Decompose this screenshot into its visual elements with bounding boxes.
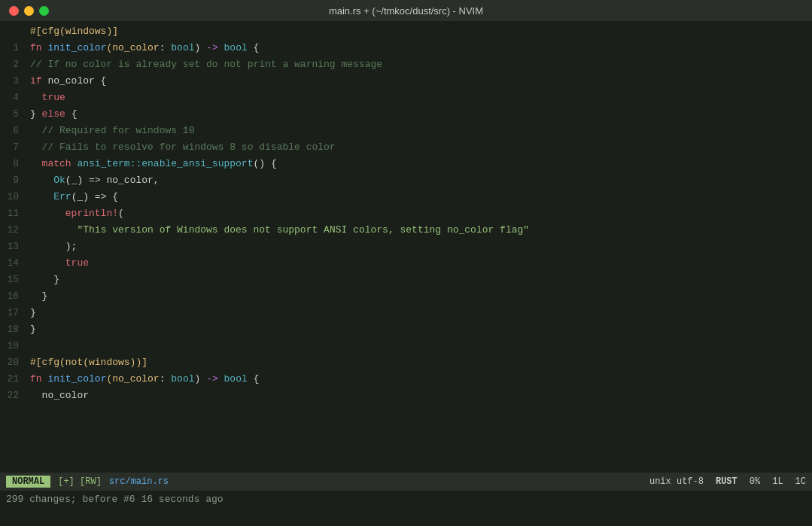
- line-info: 1L: [772, 476, 783, 487]
- code-line: 19: [0, 337, 812, 354]
- maximize-button[interactable]: [39, 6, 49, 16]
- code-line: 7 // Fails to resolve for windows 8 so d…: [0, 138, 812, 155]
- code-line: 17 }: [0, 304, 812, 321]
- line-number: 5: [0, 108, 26, 120]
- line-number: 16: [0, 290, 26, 302]
- line-content: // Fails to resolve for windows 8 so dis…: [26, 141, 336, 153]
- code-line: 6 // Required for windows 10: [0, 122, 812, 138]
- scroll-percent: 0%: [750, 476, 760, 487]
- line-number: 4: [0, 92, 26, 103]
- line-number: 8: [0, 158, 26, 169]
- code-line: 1 fn init_color(no_color: bool) -> bool …: [0, 39, 812, 56]
- line-number: 17: [0, 307, 26, 318]
- code-line: 3 if no_color {: [0, 72, 812, 89]
- line-number: 13: [0, 241, 26, 252]
- line-number: 20: [0, 357, 26, 368]
- line-content: }: [26, 274, 59, 285]
- line-number: 21: [0, 373, 26, 385]
- line-number: 10: [0, 191, 26, 202]
- line-content: );: [26, 241, 77, 252]
- line-content: } else {: [26, 108, 77, 120]
- code-line: 11 eprintln!(: [0, 205, 812, 221]
- code-line: 21 fn init_color(no_color: bool) -> bool…: [0, 370, 812, 387]
- minimize-button[interactable]: [24, 6, 34, 16]
- col-info: 1C: [795, 476, 806, 487]
- line-content: Ok(_) => no_color,: [26, 175, 160, 186]
- line-content: // If no color is already set do not pri…: [26, 59, 382, 70]
- line-content: Err(_) => {: [26, 191, 118, 202]
- line-content: }: [26, 290, 47, 302]
- line-number: 1: [0, 42, 26, 53]
- line-number: 14: [0, 257, 26, 269]
- code-line: 22 no_color: [0, 387, 812, 403]
- line-number: 22: [0, 390, 26, 401]
- line-content: }: [26, 307, 36, 318]
- line-content: match ansi_term::enable_ansi_support() {: [26, 158, 277, 169]
- code-line: 16 }: [0, 287, 812, 304]
- close-button[interactable]: [9, 6, 19, 16]
- encoding: unix utf-8: [649, 476, 704, 487]
- line-content: [26, 340, 36, 351]
- code-line: 20 #[cfg(not(windows))]: [0, 354, 812, 370]
- mode-badge: NORMAL: [6, 476, 50, 488]
- line-content: #[cfg(not(windows))]: [26, 357, 147, 368]
- line-number: 9: [0, 175, 26, 186]
- line-content: fn init_color(no_color: bool) -> bool {: [26, 42, 259, 53]
- code-line: 15 }: [0, 271, 812, 287]
- line-number: 2: [0, 59, 26, 70]
- code-line: 2 // If no color is already set do not p…: [0, 56, 812, 72]
- line-content: no_color: [26, 390, 89, 401]
- code-line: 9 Ok(_) => no_color,: [0, 172, 812, 188]
- line-content: // Required for windows 10: [26, 125, 194, 136]
- line-content: true: [26, 92, 65, 103]
- filename: src/main.rs: [109, 476, 169, 487]
- line-content: eprintln!(: [26, 208, 124, 219]
- code-line: 18 }: [0, 321, 812, 337]
- code-line: 14 true: [0, 254, 812, 271]
- line-number: 18: [0, 324, 26, 335]
- code-line: 8 match ansi_term::enable_ansi_support()…: [0, 155, 812, 172]
- line-content: #[cfg(windows)]: [26, 26, 118, 37]
- line-content: if no_color {: [26, 75, 106, 87]
- line-content: fn init_color(no_color: bool) -> bool {: [26, 373, 259, 385]
- line-number: 11: [0, 208, 26, 219]
- cmdline-text: 299 changes; before #6 16 seconds ago: [6, 494, 224, 505]
- line-content: true: [26, 257, 89, 269]
- line-content: }: [26, 324, 36, 335]
- code-line: 13 );: [0, 238, 812, 254]
- line-number: 12: [0, 224, 26, 236]
- filetype: RUST: [716, 476, 737, 487]
- code-line: 12 "This version of Windows does not sup…: [0, 221, 812, 238]
- line-number: 15: [0, 274, 26, 285]
- window-title: main.rs + (~/tmkoc/dust/src) - NVIM: [329, 5, 483, 17]
- status-bar: NORMAL [+] [RW] src/main.rs unix utf-8 R…: [0, 473, 812, 491]
- title-bar: main.rs + (~/tmkoc/dust/src) - NVIM: [0, 0, 812, 21]
- code-line: 10 Err(_) => {: [0, 188, 812, 205]
- line-number: 19: [0, 340, 26, 351]
- code-line: 5 } else {: [0, 105, 812, 122]
- line-number: 7: [0, 141, 26, 153]
- traffic-lights: [9, 6, 49, 16]
- line-number: 3: [0, 75, 26, 87]
- code-line: #[cfg(windows)]: [0, 23, 812, 39]
- status-right: unix utf-8 RUST 0% 1L 1C: [649, 476, 806, 487]
- file-flags: [+] [RW]: [58, 476, 102, 487]
- line-number: 6: [0, 125, 26, 136]
- line-content: "This version of Windows does not suppor…: [26, 224, 529, 236]
- code-line: 4 true: [0, 89, 812, 105]
- cmdline: 299 changes; before #6 16 seconds ago: [0, 491, 812, 507]
- editor-area: #[cfg(windows)] 1 fn init_color(no_color…: [0, 21, 812, 473]
